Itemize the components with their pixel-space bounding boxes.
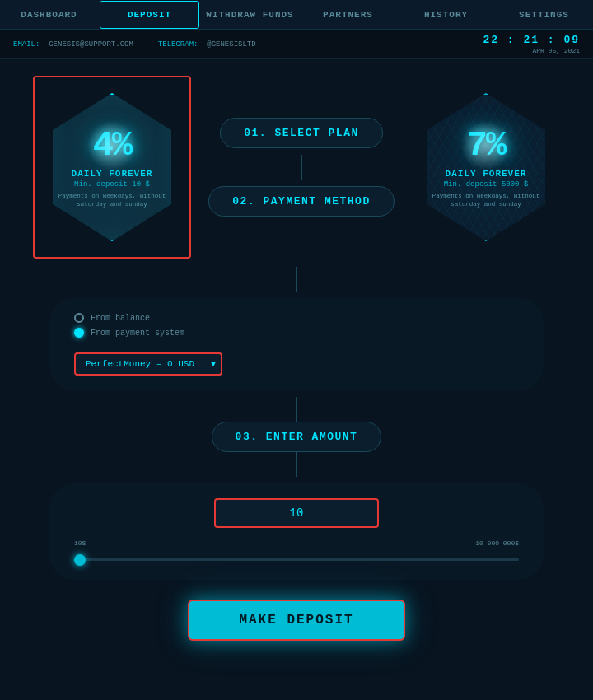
make-deposit-button[interactable]: MAKE DEPOSIT [188,600,404,641]
nav-withdraw[interactable]: WITHDRAW FUNDS [201,2,299,28]
radio-payment-label: From payment system [91,329,184,338]
telegram-info: TELEGRAM: @genesisLTD [158,40,256,49]
step-1-label: 01. SELECT PLAN [220,118,383,148]
plan-selection-row: 4% DAILY FOREVER Min. deposit 10 $ Payme… [33,76,560,259]
main-content: 4% DAILY FOREVER Min. deposit 10 $ Payme… [0,59,593,657]
radio-balance-label: From balance [91,314,150,323]
slider-labels: 10$ 10 000 000$ [74,539,519,547]
plan-1-hex-wrapper: 4% DAILY FOREVER Min. deposit 10 $ Payme… [38,81,186,254]
radio-balance-dot[interactable] [74,313,84,323]
payment-panel: From balance From payment system Perfect… [49,298,544,390]
slider-max-label: 10 000 000$ [475,539,519,547]
connector-2 [296,267,297,292]
nav-history[interactable]: HISTORY [397,2,495,28]
plan-1-wrapper: 4% DAILY FOREVER Min. deposit 10 $ Payme… [33,76,191,259]
plan-2-percent: 7% [467,126,505,166]
nav-deposit[interactable]: DEPOSIT [100,1,199,29]
nav-settings[interactable]: SETTINGS [495,2,593,28]
info-bar: EMAIL: genesis@support.com TELEGRAM: @ge… [0,30,593,59]
nav-partners[interactable]: PARTNERS [299,2,397,28]
navigation: DASHBOARD DEPOSIT WITHDRAW FUNDS PARTNER… [0,0,593,30]
radio-payment-row[interactable]: From payment system [74,328,519,338]
slider-min-label: 10$ [74,539,86,547]
step-3-label: 03. ENTER AMOUNT [212,422,382,452]
slider-container: 10$ 10 000 000$ [74,539,519,565]
radio-payment-dot[interactable] [74,328,84,338]
plan-1-selected-border: 4% DAILY FOREVER Min. deposit 10 $ Payme… [33,76,191,259]
radio-balance-row[interactable]: From balance [74,313,519,323]
plan-2-hex-wrapper: 7% DAILY FOREVER Min. deposit 5000 $ Pay… [412,81,560,254]
connector-4 [296,452,297,477]
steps-column: 01. SELECT PLAN 02. PAYMENT METHOD [208,118,395,217]
email-info: EMAIL: genesis@support.com [13,40,133,49]
payment-select-wrapper: PerfectMoney – 0 USD Bitcoin Ethereum ▼ [74,352,222,376]
date-display: APR 05, 2021 [483,47,580,54]
connector-1 [301,155,302,180]
payment-method-select[interactable]: PerfectMoney – 0 USD Bitcoin Ethereum [74,352,222,376]
plan-1-hex[interactable]: 4% DAILY FOREVER Min. deposit 10 $ Payme… [46,93,178,241]
nav-dashboard[interactable]: DASHBOARD [0,2,98,28]
amount-input[interactable] [214,498,379,528]
connector-3 [296,397,297,422]
plan-2-hex[interactable]: 7% DAILY FOREVER Min. deposit 5000 $ Pay… [420,93,552,241]
amount-panel: 10$ 10 000 000$ [49,483,544,580]
step-2-label: 02. PAYMENT METHOD [208,186,394,217]
plan-1-percent: 4% [93,126,131,166]
amount-slider[interactable] [74,558,519,561]
clock-display: 22 : 21 : 09 [483,34,580,46]
